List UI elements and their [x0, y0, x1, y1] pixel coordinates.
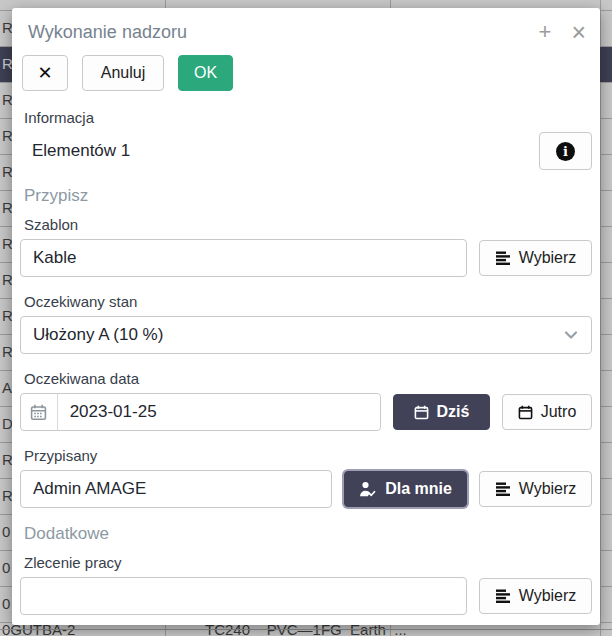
cancel-button[interactable]: Anuluj	[82, 55, 164, 91]
template-input[interactable]	[20, 239, 467, 277]
template-choose-button[interactable]: Wybierz	[479, 240, 592, 276]
info-button[interactable]: i	[539, 132, 592, 170]
tomorrow-button[interactable]: Jutro	[502, 394, 592, 430]
for-me-button[interactable]: Dla mnie	[344, 471, 467, 507]
assigned-label: Przypisany	[24, 447, 592, 464]
elements-count-text: Elementów 1	[20, 141, 539, 161]
list-icon	[495, 250, 511, 266]
expand-icon[interactable]: +	[539, 21, 552, 43]
dialog-header: Wykonanie nadzoru + ×	[20, 8, 592, 49]
list-icon	[495, 481, 511, 497]
for-me-button-label: Dla mnie	[385, 480, 452, 498]
close-button[interactable]: ✕	[22, 55, 68, 91]
choose-button-label: Wybierz	[519, 587, 577, 605]
section-dodatkowe: Dodatkowe	[24, 524, 592, 544]
calendar-icon	[21, 394, 58, 430]
date-input-group	[20, 393, 381, 431]
assigned-choose-button[interactable]: Wybierz	[479, 471, 592, 507]
work-order-label: Zlecenie pracy	[24, 554, 592, 571]
work-order-choose-button[interactable]: Wybierz	[479, 578, 592, 614]
work-order-input[interactable]	[20, 577, 467, 615]
section-przypisz: Przypisz	[24, 186, 592, 206]
info-icon: i	[556, 142, 575, 161]
calendar-icon	[518, 405, 533, 420]
dialog-title: Wykonanie nadzoru	[28, 22, 519, 43]
choose-button-label: Wybierz	[519, 480, 577, 498]
calendar-icon	[414, 405, 429, 420]
work-order-row: Wybierz	[20, 577, 592, 615]
today-button-label: Dziś	[437, 403, 470, 421]
expected-state-select[interactable]: Ułożony A (10 %)	[20, 316, 592, 354]
supervision-dialog: Wykonanie nadzoru + × ✕ Anuluj OK Inform…	[12, 8, 600, 625]
date-input[interactable]	[58, 394, 380, 430]
expected-state-label: Oczekiwany stan	[24, 293, 592, 310]
list-icon	[495, 588, 511, 604]
dialog-toolbar: ✕ Anuluj OK	[20, 49, 592, 103]
choose-button-label: Wybierz	[519, 249, 577, 267]
template-label: Szablon	[24, 216, 592, 233]
template-row: Wybierz	[20, 239, 592, 277]
expected-date-label: Oczekiwana data	[24, 370, 592, 387]
close-icon[interactable]: ×	[571, 21, 586, 43]
user-check-icon	[359, 481, 377, 497]
expected-state-row: Ułożony A (10 %)	[20, 316, 592, 354]
tomorrow-button-label: Jutro	[541, 403, 577, 421]
info-label: Informacja	[24, 109, 592, 126]
info-row: Elementów 1 i	[20, 132, 592, 170]
today-button[interactable]: Dziś	[393, 394, 490, 430]
expected-state-value: Ułożony A (10 %)	[33, 325, 163, 345]
ok-button[interactable]: OK	[178, 55, 233, 91]
assigned-input[interactable]	[20, 470, 332, 508]
assigned-row: Dla mnie Wybierz	[20, 470, 592, 508]
expected-date-row: Dziś Jutro	[20, 393, 592, 431]
table-row-border	[0, 629, 612, 630]
chevron-down-icon	[563, 327, 579, 343]
